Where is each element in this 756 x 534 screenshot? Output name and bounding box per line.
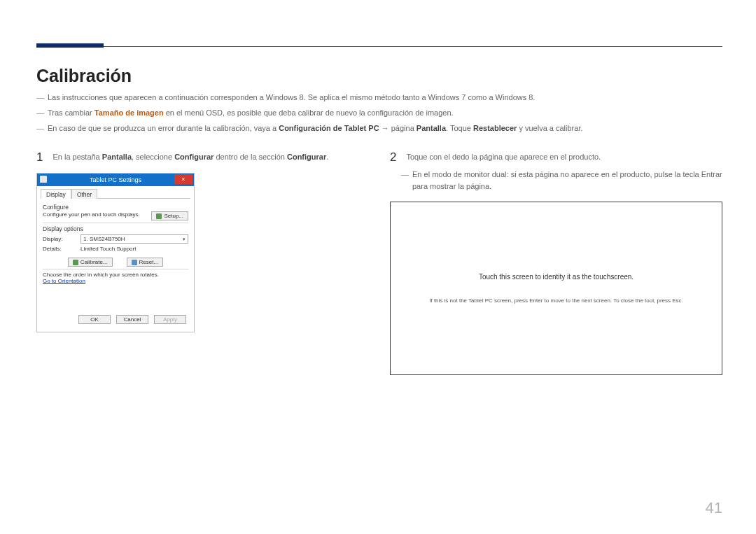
calibrate-button[interactable]: Calibrate... <box>68 258 113 267</box>
tab-other[interactable]: Other <box>71 189 97 199</box>
configure-row: Configure your pen and touch displays. S… <box>43 211 188 220</box>
details-value: Limited Touch Support <box>80 246 188 252</box>
header-rule <box>36 46 722 47</box>
reset-button[interactable]: Reset... <box>127 258 164 267</box>
step-1: 1 En la pestaña Pantalla, seleccione Con… <box>36 151 369 163</box>
cancel-button[interactable]: Cancel <box>116 315 148 324</box>
step-1-text: En la pestaña Pantalla, seleccione Confi… <box>52 151 328 161</box>
s1-e: dentro de la sección <box>214 153 287 161</box>
display-options-grid: Display: 1. SMS24B750H ▾ Details: Limite… <box>43 234 188 252</box>
divider-1 <box>43 223 188 223</box>
calibrate-button-label: Calibrate... <box>80 259 108 265</box>
display-value: 1. SMS24B750H <box>83 236 125 242</box>
touch-identify-panel: Touch this screen to identity it as the … <box>390 202 722 375</box>
note-3-f: Restablecer <box>473 124 517 132</box>
column-left: 1 En la pestaña Pantalla, seleccione Con… <box>36 151 369 375</box>
choose-order-text: Choose the order in which your screen ro… <box>43 272 188 278</box>
step-2-subnote: En el modo de monitor dual: si esta pági… <box>390 169 722 192</box>
note-2: Tras cambiar Tamaño de imagen en el menú… <box>36 107 722 119</box>
s1-g: . <box>326 153 328 161</box>
calibrate-icon <box>73 260 78 265</box>
note-3-a: En caso de que se produzca un error dura… <box>48 124 279 132</box>
header-accent-bar <box>36 43 104 48</box>
s1-c: , seleccione <box>132 153 174 161</box>
window-app-icon <box>40 176 47 183</box>
chevron-down-icon: ▾ <box>183 237 186 242</box>
configure-group-title: Configure <box>43 204 188 211</box>
touch-sub-text: If this is not the Tablet PC screen, pre… <box>429 297 683 304</box>
reset-button-label: Reset... <box>139 259 159 265</box>
step-1-number: 1 <box>36 151 43 163</box>
setup-icon <box>156 213 162 219</box>
tab-strip: Display Other <box>41 188 190 199</box>
note-3-c: → página <box>379 124 416 132</box>
note-3-g: y vuelva a calibrar. <box>517 124 582 132</box>
note-2-highlight: Tamaño de imagen <box>94 108 164 117</box>
note-3: En caso de que se produzca un error dura… <box>36 122 722 134</box>
calibrate-reset-row: Calibrate... Reset... <box>43 258 188 267</box>
display-panel: Configure Configure your pen and touch d… <box>41 199 190 284</box>
s1-d: Configurar <box>174 153 214 161</box>
setup-button-label: Setup... <box>164 213 183 219</box>
tab-display[interactable]: Display <box>41 189 71 199</box>
s1-f: Configurar <box>287 153 326 161</box>
divider-2 <box>43 269 188 269</box>
step-2: 2 Toque con el dedo la página que aparec… <box>390 151 722 163</box>
tablet-pc-settings-window: Tablet PC Settings × Display Other Confi… <box>36 173 195 332</box>
reset-icon <box>132 260 137 265</box>
note-3-b: Configuración de Tablet PC <box>279 124 379 132</box>
s1-b: Pantalla <box>102 153 132 161</box>
step-2-number: 2 <box>390 151 396 163</box>
step-2-text: Toque con el dedo la página que aparece … <box>406 151 601 161</box>
display-dropdown[interactable]: 1. SMS24B750H ▾ <box>80 234 188 244</box>
page-number: 41 <box>706 499 722 517</box>
note-1: Las instrucciones que aparecen a continu… <box>36 92 722 104</box>
display-label: Display: <box>43 236 76 242</box>
configure-text: Configure your pen and touch displays. <box>43 211 147 218</box>
window-body: Display Other Configure Configure your p… <box>37 186 194 332</box>
note-3-d: Pantalla <box>416 124 446 132</box>
window-titlebar: Tablet PC Settings × <box>37 174 194 186</box>
details-label: Details: <box>43 246 76 252</box>
close-button[interactable]: × <box>174 174 192 184</box>
note-3-e: . Toque <box>446 124 473 132</box>
page-title: Calibración <box>36 66 722 86</box>
touch-main-text: Touch this screen to identity it as the … <box>479 273 634 281</box>
setup-button[interactable]: Setup... <box>151 211 188 220</box>
note-2-a: Tras cambiar <box>48 108 94 117</box>
note-2-c: en el menú OSD, es posible que deba cali… <box>164 108 454 117</box>
intro-notes: Las instrucciones que aparecen a continu… <box>36 92 722 134</box>
s1-a: En la pestaña <box>52 153 102 161</box>
ok-button[interactable]: OK <box>78 315 111 324</box>
apply-button[interactable]: Apply <box>154 315 186 324</box>
column-right: 2 Toque con el dedo la página que aparec… <box>390 151 722 375</box>
go-to-orientation-link[interactable]: Go to Orientation <box>43 278 188 284</box>
note-1-text: Las instrucciones que aparecen a continu… <box>48 93 535 101</box>
display-options-title: Display options <box>43 225 188 232</box>
steps-columns: 1 En la pestaña Pantalla, seleccione Con… <box>36 151 722 375</box>
dialog-footer-buttons: OK Cancel Apply <box>41 312 190 328</box>
window-title-text: Tablet PC Settings <box>90 176 141 183</box>
